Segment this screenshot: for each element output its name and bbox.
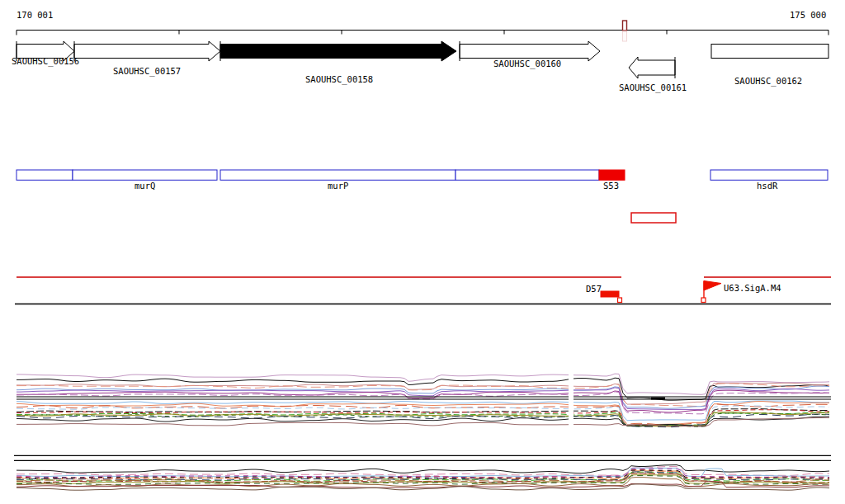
genome-browser: 170 001 175 000 SAOUHSC_00156SAOUHSC_001…: [0, 0, 845, 504]
gene-arrow-reverse[interactable]: [629, 57, 675, 78]
operon-label[interactable]: hsdR: [757, 181, 777, 191]
gene-label[interactable]: SAOUHSC_00157: [113, 67, 181, 76]
srna-label[interactable]: D57: [586, 285, 602, 294]
position-marker[interactable]: [623, 21, 627, 31]
expression-plot-upper: [17, 370, 831, 432]
gene-arrow-forward[interactable]: [220, 41, 456, 61]
operon-box[interactable]: [73, 170, 217, 180]
srna-track: [15, 277, 831, 304]
selection-layer: [631, 213, 676, 223]
operon-label[interactable]: murQ: [135, 181, 155, 191]
gene-label[interactable]: SAOUHSC_00158: [305, 75, 373, 84]
operon-box[interactable]: [456, 170, 599, 180]
gene-box[interactable]: [711, 45, 828, 59]
operon-box[interactable]: [710, 170, 828, 180]
srna-label[interactable]: U63.SigA.M4: [724, 284, 781, 293]
operon-box[interactable]: [220, 170, 456, 180]
gene-label[interactable]: SAOUHSC_00161: [619, 83, 687, 92]
tss-flag-icon[interactable]: [704, 281, 721, 291]
operon-label[interactable]: murP: [328, 181, 348, 191]
gene-label[interactable]: SAOUHSC_00160: [493, 59, 561, 68]
selected-feature-box[interactable]: [631, 213, 676, 223]
ruler-track: [17, 21, 828, 41]
position-marker-ghost: [623, 31, 627, 41]
feature-anchor-handle[interactable]: [701, 298, 706, 303]
operon-label[interactable]: S53: [603, 181, 619, 191]
operon-track: [17, 170, 828, 180]
operon-box[interactable]: [17, 170, 73, 180]
srna-box-filled[interactable]: [599, 170, 625, 180]
ruler-left-coordinate: 170 001: [17, 11, 53, 20]
expression-plot-lower: [14, 455, 831, 490]
ruler-right-coordinate: 175 000: [790, 11, 826, 20]
gene-label[interactable]: SAOUHSC_00156: [12, 57, 79, 66]
feature-anchor-handle[interactable]: [618, 298, 622, 303]
gene-arrow-forward[interactable]: [74, 41, 220, 61]
srna-bar[interactable]: [601, 291, 619, 297]
data-gap: [569, 370, 574, 432]
gene-label[interactable]: SAOUHSC_00162: [734, 77, 802, 86]
